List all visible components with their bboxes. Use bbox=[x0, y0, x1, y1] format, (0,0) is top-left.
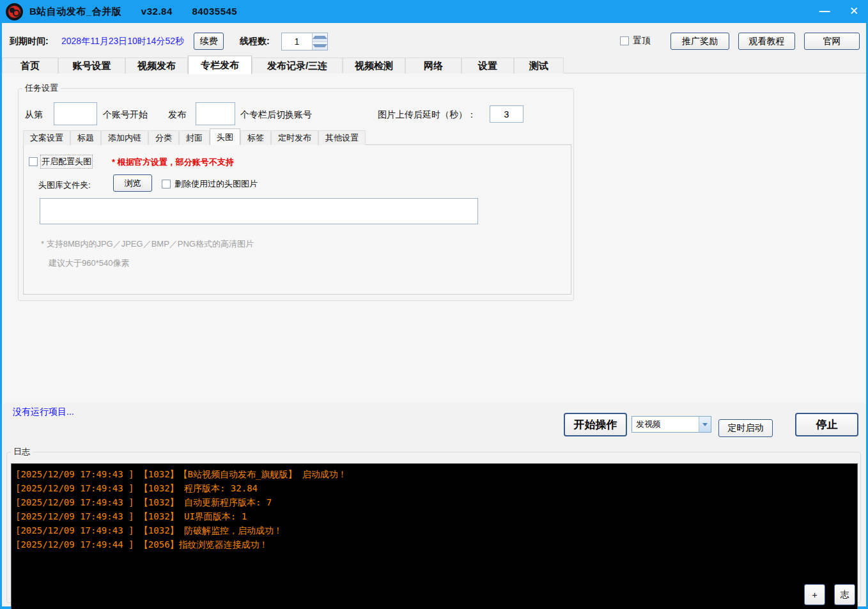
expiry-label: 到期时间: bbox=[10, 36, 49, 47]
pin-checkbox-box[interactable] bbox=[620, 36, 629, 45]
tab-video-check[interactable]: 视频检测 bbox=[343, 58, 405, 74]
app-version: v32.84 bbox=[141, 6, 173, 17]
inner-tab-copy-settings[interactable]: 文案设置 bbox=[23, 130, 70, 145]
upload-delay-input[interactable] bbox=[490, 105, 523, 123]
publish-count-suffix: 个专栏后切换账号 bbox=[240, 109, 312, 121]
tab-column-publish[interactable]: 专栏发布 bbox=[188, 56, 252, 74]
inner-tab-category[interactable]: 分类 bbox=[148, 130, 179, 145]
threads-value[interactable]: 1 bbox=[282, 33, 312, 50]
running-status-text: 没有运行项目... bbox=[13, 406, 74, 418]
tab-network[interactable]: 网络 bbox=[405, 58, 461, 74]
schedule-start-button[interactable]: 定时启动 bbox=[718, 419, 773, 437]
delete-used-label: 删除使用过的头图图片 bbox=[174, 178, 258, 190]
pin-checkbox[interactable]: 置顶 bbox=[620, 35, 651, 47]
log-line: [2025/12/09 17:49:44 ] 【2056】指纹浏览器连接成功！ bbox=[12, 537, 857, 551]
publish-count-input[interactable] bbox=[196, 102, 235, 125]
tab-video-publish[interactable]: 视频发布 bbox=[125, 58, 188, 74]
chevron-down-icon[interactable] bbox=[699, 417, 711, 432]
app-session-id: 84035545 bbox=[192, 6, 237, 17]
enable-head-image-checkbox-box[interactable] bbox=[29, 157, 38, 166]
website-button[interactable]: 官网 bbox=[804, 33, 860, 50]
delete-used-checkbox-box[interactable] bbox=[162, 180, 171, 189]
inner-tab-head-image[interactable]: 头图 bbox=[210, 128, 240, 145]
tab-account-settings[interactable]: 账号设置 bbox=[58, 58, 125, 74]
log-toggle-button[interactable]: 志 bbox=[834, 584, 855, 605]
inner-tab-tags[interactable]: 标签 bbox=[240, 130, 271, 145]
log-line: [2025/12/09 17:49:43 ] 【1032】 自动更新程序版本: … bbox=[12, 495, 857, 509]
expiry-value: 2028年11月23日10时14分52秒 bbox=[61, 36, 184, 47]
log-output[interactable]: [2025/12/09 17:49:43 ] 【1032】【B站视频自动发布_旗… bbox=[11, 463, 858, 609]
upload-delay-label: 图片上传后延时（秒）： bbox=[378, 109, 476, 121]
mode-select[interactable]: 发视频 bbox=[632, 416, 711, 433]
main-tabstrip: 首页 账号设置 视频发布 专栏发布 发布记录/三连 视频检测 网络 设置 测试 bbox=[2, 56, 866, 73]
log-group-title: 日志 bbox=[11, 446, 33, 458]
threads-label: 线程数: bbox=[240, 36, 270, 47]
head-image-warning: * 根据官方设置，部分账号不支持 bbox=[112, 157, 234, 168]
inner-tab-cover[interactable]: 封面 bbox=[179, 130, 210, 145]
log-line: [2025/12/09 17:49:43 ] 【1032】 程序版本: 32.8… bbox=[12, 481, 857, 495]
log-line: [2025/12/09 17:49:43 ] 【1032】【B站视频自动发布_旗… bbox=[12, 467, 857, 481]
from-account-suffix: 个账号开始 bbox=[103, 109, 148, 121]
threads-down-icon[interactable] bbox=[313, 42, 327, 50]
task-settings-group: 任务设置 从第 个账号开始 发布 个专栏后切换账号 图片上传后延时（秒）： 文案… bbox=[18, 82, 574, 301]
log-line: [2025/12/09 17:49:43 ] 【1032】 防破解监控，启动成功… bbox=[12, 523, 857, 537]
promo-button[interactable]: 推广奖励 bbox=[670, 33, 729, 50]
close-icon[interactable]: ✕ bbox=[846, 0, 862, 23]
task-settings-title: 任务设置 bbox=[22, 82, 61, 94]
app-title: B站自动发布_合并版 bbox=[29, 6, 121, 17]
minimize-icon[interactable]: — bbox=[817, 0, 832, 23]
renew-button[interactable]: 续费 bbox=[194, 33, 224, 50]
publish-count-label: 发布 bbox=[168, 109, 186, 121]
from-account-input[interactable] bbox=[54, 102, 97, 125]
browse-button[interactable]: 浏览 bbox=[113, 174, 152, 192]
tutorial-button[interactable]: 观看教程 bbox=[738, 33, 795, 50]
log-group: 日志 [2025/12/09 17:49:43 ] 【1032】【B站视频自动发… bbox=[6, 446, 861, 603]
window-body: 到期时间: 2028年11月23日10时14分52秒 续费 线程数: 1 置顶 … bbox=[2, 23, 866, 606]
app-logo-icon bbox=[6, 3, 23, 20]
threads-stepper[interactable]: 1 bbox=[281, 33, 328, 50]
folder-label: 头图库文件夹: bbox=[38, 180, 91, 191]
app-window: B站自动发布_合并版 v32.84 84035545 — ✕ 到期时间: 202… bbox=[0, 0, 868, 609]
enable-head-image-label: 开启配置头图 bbox=[42, 156, 91, 167]
inner-tab-other[interactable]: 其他设置 bbox=[318, 130, 366, 145]
head-image-panel: 开启配置头图 * 根据官方设置，部分账号不支持 头图库文件夹: 浏览 删除使用过… bbox=[23, 145, 571, 295]
mode-select-value: 发视频 bbox=[632, 417, 699, 432]
delete-used-checkbox[interactable]: 删除使用过的头图图片 bbox=[162, 178, 258, 190]
inner-tabcontrol: 文案设置 标题 添加内链 分类 封面 头图 标签 定时发布 其他设置 开启配置 bbox=[23, 130, 571, 295]
inner-tab-title[interactable]: 标题 bbox=[70, 130, 101, 145]
inner-tab-inner-links[interactable]: 添加内链 bbox=[101, 130, 148, 145]
inner-tabstrip: 文案设置 标题 添加内链 分类 封面 头图 标签 定时发布 其他设置 bbox=[23, 130, 571, 145]
log-plus-button[interactable]: + bbox=[804, 584, 825, 605]
folder-path-input[interactable] bbox=[40, 198, 478, 224]
tab-test[interactable]: 测试 bbox=[514, 58, 564, 74]
format-hint: * 支持8MB内的JPG／JPEG／BMP／PNG格式的高清图片 bbox=[41, 238, 254, 250]
tab-publish-record[interactable]: 发布记录/三连 bbox=[252, 58, 343, 74]
from-account-label: 从第 bbox=[25, 109, 43, 121]
enable-head-image-checkbox[interactable]: 开启配置头图 bbox=[29, 156, 91, 167]
tab-home[interactable]: 首页 bbox=[2, 58, 58, 74]
titlebar: B站自动发布_合并版 v32.84 84035545 — ✕ bbox=[0, 0, 868, 23]
size-hint: 建议大于960*540像素 bbox=[49, 258, 129, 269]
start-button[interactable]: 开始操作 bbox=[564, 413, 627, 436]
threads-up-icon[interactable] bbox=[313, 33, 327, 42]
inner-tab-schedule[interactable]: 定时发布 bbox=[271, 130, 318, 145]
tab-settings[interactable]: 设置 bbox=[461, 58, 514, 74]
window-title: B站自动发布_合并版 v32.84 84035545 bbox=[29, 6, 254, 18]
pin-checkbox-label: 置顶 bbox=[633, 35, 651, 47]
log-line: [2025/12/09 17:49:43 ] 【1032】 UI界面版本: 1 bbox=[12, 509, 857, 523]
tab-page-column-publish: 任务设置 从第 个账号开始 发布 个专栏后切换账号 图片上传后延时（秒）： 文案… bbox=[2, 73, 866, 403]
stop-button[interactable]: 停止 bbox=[795, 413, 858, 436]
